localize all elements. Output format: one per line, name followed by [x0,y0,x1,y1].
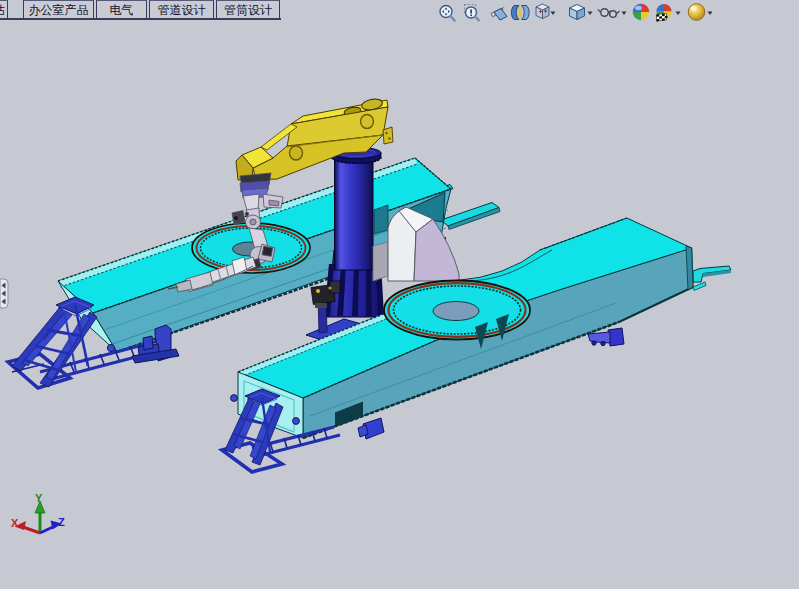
svg-text:X: X [11,517,19,529]
svg-text:Z: Z [58,516,65,528]
svg-text:Y: Y [35,492,43,504]
